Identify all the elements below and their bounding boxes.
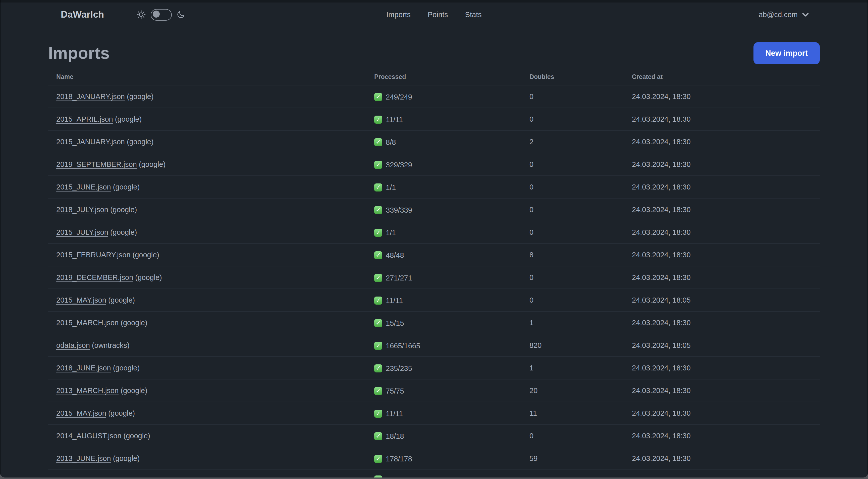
import-source: (google) — [110, 228, 137, 236]
import-file-link[interactable]: 2015_FEBRUARY.json — [56, 251, 131, 259]
processed-count: 235/235 — [386, 364, 412, 372]
import-file-link[interactable]: 2019_DECEMBER.json — [56, 273, 133, 281]
column-header-doubles: Doubles — [521, 67, 624, 85]
check-emoji: ✓ — [374, 387, 382, 395]
table-row: 2013_MARCH.json(google) ✓ 75/75 20 24.03… — [48, 379, 820, 402]
name-cell: 2015_MARCH.json(google) — [48, 311, 366, 334]
table-row: 2019_DECEMBER.json(google) ✓ 271/271 0 2… — [48, 266, 820, 289]
doubles-count: 59 — [521, 447, 624, 470]
import-source: (google) — [113, 364, 140, 372]
created-at: 24.03.2024, 18:30 — [624, 402, 820, 424]
doubles-count: 0 — [521, 176, 624, 198]
top-navbar: DaWarIch — [0, 0, 868, 29]
nav-item-imports[interactable]: Imports — [386, 10, 411, 19]
table-row: 2018_JANUARY.json(google) ✓ 249/249 0 24… — [48, 85, 820, 108]
import-file-link[interactable]: 2013_MARCH.json — [56, 387, 119, 394]
column-header-processed: Processed — [366, 67, 521, 85]
nav-item-stats[interactable]: Stats — [465, 10, 482, 19]
processed-count: 11/11 — [386, 296, 403, 304]
doubles-count: 0 — [521, 266, 624, 289]
check-emoji: ✓ — [374, 341, 382, 350]
import-file-link[interactable]: 2015_JANUARY.json — [56, 138, 125, 146]
name-cell: 2015_JULY.json(google) — [48, 221, 366, 243]
page-header: Imports New import — [48, 42, 820, 64]
processed-cell: ✓ 235/235 — [366, 357, 521, 379]
doubles-count — [521, 470, 624, 478]
import-source: (google) — [115, 115, 142, 123]
processed-count: 8/8 — [386, 138, 396, 146]
table-row: 2013_JUNE.json(google) ✓ 178/178 59 24.0… — [48, 447, 820, 470]
theme-toggle-group — [136, 9, 186, 20]
doubles-count: 1 — [521, 357, 624, 379]
doubles-count: 1 — [521, 311, 624, 334]
doubles-count: 820 — [521, 334, 624, 357]
name-cell: 2014_AUGUST.json(google) — [48, 424, 366, 447]
processed-cell: ✓ — [366, 470, 521, 478]
window-bottom-edge — [0, 478, 868, 479]
processed-count: 271/271 — [386, 274, 412, 282]
nav-item-points[interactable]: Points — [428, 10, 448, 19]
name-cell: 2019_SEPTEMBER.json(google) — [48, 153, 366, 176]
created-at: 24.03.2024, 18:30 — [624, 221, 820, 243]
import-source: (google) — [121, 387, 147, 394]
account-menu[interactable]: ab@cd.com — [759, 10, 809, 19]
created-at: 24.03.2024, 18:30 — [624, 153, 820, 176]
import-source: (owntracks) — [92, 341, 130, 349]
import-file-link[interactable]: odata.json — [56, 341, 90, 349]
processed-count: 1/1 — [386, 183, 396, 191]
import-source: (google) — [124, 432, 150, 440]
import-file-link[interactable]: 2018_JUNE.json — [56, 364, 111, 372]
name-cell: 2015_FEBRUARY.json(google) — [48, 243, 366, 266]
moon-icon — [177, 10, 186, 19]
theme-toggle-knob — [153, 11, 160, 18]
processed-cell: ✓ 178/178 — [366, 447, 521, 470]
table-row: 2018_JUNE.json(google) ✓ 235/235 1 24.03… — [48, 357, 820, 379]
created-at: 24.03.2024, 18:30 — [624, 176, 820, 198]
import-file-link[interactable]: 2015_MAY.json — [56, 409, 106, 417]
theme-toggle[interactable] — [151, 9, 172, 20]
import-file-link[interactable]: 2015_JULY.json — [56, 228, 108, 236]
processed-count: 329/329 — [386, 160, 412, 169]
processed-cell: ✓ 11/11 — [366, 108, 521, 130]
import-file-link[interactable]: 2018_JANUARY.json — [56, 92, 125, 100]
import-source: (google) — [108, 296, 135, 304]
created-at: 24.03.2024, 18:30 — [624, 447, 820, 470]
created-at: 24.03.2024, 18:05 — [624, 334, 820, 357]
imports-table: Name Processed Doubles Created at 2018_J… — [48, 67, 820, 478]
import-file-link[interactable]: 2018_JULY.json — [56, 206, 108, 214]
check-emoji: ✓ — [374, 115, 382, 123]
main-nav: Imports Points Stats — [386, 10, 482, 19]
import-file-link[interactable]: 2015_JUNE.json — [56, 183, 111, 191]
created-at: 24.03.2024, 18:30 — [624, 198, 820, 221]
name-cell: 2015_MAY.json(google) — [48, 289, 366, 311]
processed-cell: ✓ 11/11 — [366, 289, 521, 311]
processed-count: 15/15 — [386, 319, 404, 327]
import-file-link[interactable]: 2014_AUGUST.json — [56, 432, 122, 440]
new-import-button[interactable]: New import — [753, 42, 820, 64]
import-file-link[interactable]: 2015_MARCH.json — [56, 319, 119, 327]
import-source: (google) — [113, 183, 140, 191]
processed-count: 339/339 — [386, 206, 412, 214]
created-at: 24.03.2024, 18:30 — [624, 379, 820, 402]
check-emoji: ✓ — [374, 229, 382, 237]
check-emoji: ✓ — [374, 160, 382, 169]
import-file-link[interactable]: 2019_SEPTEMBER.json — [56, 160, 137, 169]
table-row: 2014_AUGUST.json(google) ✓ 18/18 0 24.03… — [48, 424, 820, 447]
check-emoji: ✓ — [374, 251, 382, 259]
name-cell — [48, 470, 366, 478]
import-file-link[interactable]: 2015_MAY.json — [56, 296, 106, 304]
check-emoji: ✓ — [374, 296, 382, 304]
import-source: (google) — [110, 206, 137, 214]
processed-count: 18/18 — [386, 432, 404, 440]
processed-count: 1/1 — [386, 229, 396, 237]
import-file-link[interactable]: 2015_APRIL.json — [56, 115, 113, 123]
brand-logo[interactable]: DaWarIch — [61, 9, 104, 20]
table-row: 2018_JULY.json(google) ✓ 339/339 0 24.03… — [48, 198, 820, 221]
processed-cell: ✓ 75/75 — [366, 379, 521, 402]
import-source: (google) — [133, 251, 159, 259]
account-email: ab@cd.com — [759, 10, 798, 19]
processed-cell: ✓ 339/339 — [366, 198, 521, 221]
doubles-count: 8 — [521, 243, 624, 266]
import-file-link[interactable]: 2013_JUNE.json — [56, 454, 111, 462]
processed-count: 11/11 — [386, 115, 403, 123]
